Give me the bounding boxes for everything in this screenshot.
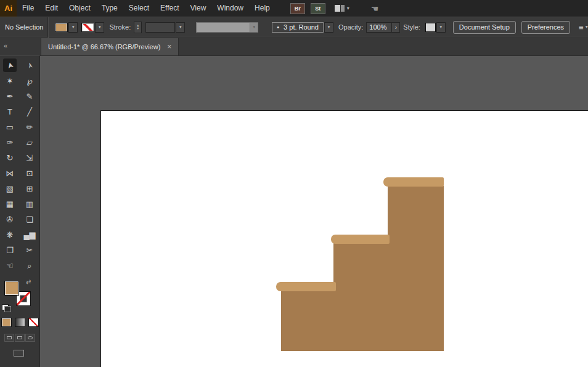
menu-type[interactable]: Type xyxy=(96,0,123,17)
staircase-tread-3[interactable] xyxy=(383,177,444,187)
style-swatch[interactable] xyxy=(425,23,436,32)
lasso-tool[interactable]: ℘ xyxy=(20,73,39,89)
chevron-down-icon[interactable]: ▾ xyxy=(95,22,104,33)
gradient-button[interactable] xyxy=(15,318,25,327)
menu-view[interactable]: View xyxy=(185,0,212,17)
menubar-app-buttons: Br St ▾ ☚ xyxy=(290,3,379,14)
fill-color-dropdown[interactable]: ▾ xyxy=(55,22,78,33)
opacity-chevron-icon[interactable]: › xyxy=(392,22,400,33)
draw-behind-button[interactable] xyxy=(15,334,25,342)
preferences-button[interactable]: Preferences xyxy=(521,21,570,34)
chevron-down-icon[interactable]: ▾ xyxy=(68,22,78,33)
rotate-tool-icon: ↻ xyxy=(7,154,14,162)
curvature-tool[interactable]: ✎ xyxy=(20,89,39,104)
fill-color-swatch[interactable] xyxy=(55,23,68,32)
zoom-tool-icon: ⌕ xyxy=(27,262,31,270)
artboard[interactable] xyxy=(100,110,588,367)
rotate-tool[interactable]: ↻ xyxy=(0,150,20,166)
brush-definition-dropdown[interactable]: • 3 pt. Round ▾ xyxy=(262,22,333,33)
blend-tool-icon: ❏ xyxy=(26,216,33,224)
menu-edit[interactable]: Edit xyxy=(39,0,63,17)
document-setup-button[interactable]: Document Setup xyxy=(453,21,516,34)
menu-window[interactable]: Window xyxy=(211,0,249,17)
staircase-tread-1[interactable] xyxy=(276,282,336,291)
document-tab-title[interactable]: Untitled-1* @ 66.67% (RGB/Preview) xyxy=(48,43,160,50)
shaper-tool[interactable]: ✑ xyxy=(0,135,20,150)
stroke-none-swatch[interactable] xyxy=(81,23,94,32)
staircase-tread-2[interactable] xyxy=(331,235,390,244)
column-graph-tool[interactable]: ▄▆ xyxy=(20,227,39,243)
canvas-pasteboard[interactable] xyxy=(40,55,588,367)
blend-tool[interactable]: ❏ xyxy=(20,212,39,227)
stroke-color-dropdown[interactable]: ▾ xyxy=(81,22,104,33)
type-tool[interactable]: T xyxy=(0,104,20,119)
stroke-label[interactable]: Stroke: xyxy=(109,23,131,31)
eyedropper-tool[interactable]: ✇ xyxy=(0,212,20,227)
pen-tool-icon: ✒ xyxy=(7,92,14,100)
document-tab[interactable]: Untitled-1* @ 66.67% (RGB/Preview) × xyxy=(41,38,179,55)
selection-tool[interactable]: ➤ xyxy=(3,58,17,72)
color-button[interactable] xyxy=(1,318,12,327)
zoom-tool[interactable]: ⌕ xyxy=(20,258,39,273)
slice-tool[interactable]: ✂ xyxy=(20,243,39,258)
lasso-tool-icon: ℘ xyxy=(27,77,32,85)
menu-effect[interactable]: Effect xyxy=(155,0,184,17)
line-segment-tool[interactable]: ╱ xyxy=(20,104,39,119)
style-dropdown[interactable]: ▾ xyxy=(425,22,446,33)
menu-help[interactable]: Help xyxy=(249,0,276,17)
align-dropdown[interactable]: ≡ ▾ xyxy=(579,23,588,32)
scale-tool[interactable]: ⇲ xyxy=(20,150,39,166)
menu-object[interactable]: Object xyxy=(63,0,96,17)
perspective-grid-tool-icon: ⊞ xyxy=(27,185,33,193)
rectangle-tool[interactable]: ▭ xyxy=(0,119,20,135)
scale-tool-icon: ⇲ xyxy=(27,154,33,162)
shape-builder-tool[interactable]: ▧ xyxy=(0,181,20,196)
magic-wand-tool[interactable]: ✶ xyxy=(0,73,20,89)
mesh-tool[interactable]: ▦ xyxy=(0,196,20,212)
artboard-tool[interactable]: ❐ xyxy=(0,243,20,258)
control-bar: No Selection ▾ ▾ Stroke: ▴ ▾ ▾ ▾ • 3 pt.… xyxy=(0,17,588,38)
gradient-tool[interactable]: ▥ xyxy=(20,196,39,212)
fill-swatch[interactable] xyxy=(4,281,19,296)
eraser-tool[interactable]: ▱ xyxy=(20,135,39,150)
stroke-weight-stepper[interactable]: ▴ ▾ xyxy=(134,22,142,33)
direct-selection-tool[interactable]: ➢ xyxy=(20,58,39,73)
screen-mode-button[interactable] xyxy=(14,350,24,357)
draw-normal-button[interactable] xyxy=(4,334,14,342)
workspace-switcher[interactable]: ▾ xyxy=(335,5,349,12)
slice-tool-icon: ✂ xyxy=(27,246,33,254)
chevron-down-icon[interactable]: ▾ xyxy=(436,22,446,33)
opacity-field[interactable]: 100% xyxy=(366,22,392,33)
none-button[interactable] xyxy=(28,318,39,327)
pen-tool[interactable]: ✒ xyxy=(0,89,20,104)
symbol-sprayer-tool[interactable]: ❋ xyxy=(0,227,20,243)
style-label[interactable]: Style: xyxy=(403,23,420,31)
stepper-down-icon[interactable]: ▾ xyxy=(137,27,139,30)
staircase-step-3[interactable] xyxy=(388,186,444,351)
stroke-weight-combo[interactable]: ▾ xyxy=(145,22,185,33)
hand-tool[interactable]: ☜ xyxy=(0,258,20,273)
brush-definition-field[interactable]: • 3 pt. Round xyxy=(272,22,324,33)
default-fill-stroke-icon[interactable] xyxy=(2,304,11,312)
close-icon[interactable]: × xyxy=(167,43,171,50)
free-transform-tool[interactable]: ⊡ xyxy=(20,166,39,181)
chevron-down-icon[interactable]: ▾ xyxy=(324,22,333,33)
stock-button[interactable]: St xyxy=(311,3,325,14)
align-icon: ≡ xyxy=(579,23,584,32)
drawing-mode-buttons xyxy=(0,334,39,342)
perspective-grid-tool[interactable]: ⊞ xyxy=(20,181,39,196)
swap-fill-stroke-icon[interactable]: ⇄ xyxy=(26,278,31,285)
width-tool[interactable]: ⋈ xyxy=(0,166,20,181)
stroke-weight-field[interactable] xyxy=(145,22,175,33)
chevron-down-icon[interactable]: ▾ xyxy=(176,22,185,33)
opacity-label[interactable]: Opacity: xyxy=(338,23,363,31)
hand-gesture-icon[interactable]: ☚ xyxy=(371,4,379,14)
paintbrush-tool[interactable]: ✏ xyxy=(20,119,39,135)
menu-select[interactable]: Select xyxy=(123,0,155,17)
bridge-button[interactable]: Br xyxy=(290,3,305,14)
collapse-panel-icon[interactable]: « xyxy=(4,42,7,49)
line-segment-tool-icon: ╱ xyxy=(27,108,32,116)
draw-inside-button[interactable] xyxy=(25,334,35,342)
menu-file[interactable]: File xyxy=(17,0,39,17)
hand-tool-icon: ☜ xyxy=(6,262,14,270)
